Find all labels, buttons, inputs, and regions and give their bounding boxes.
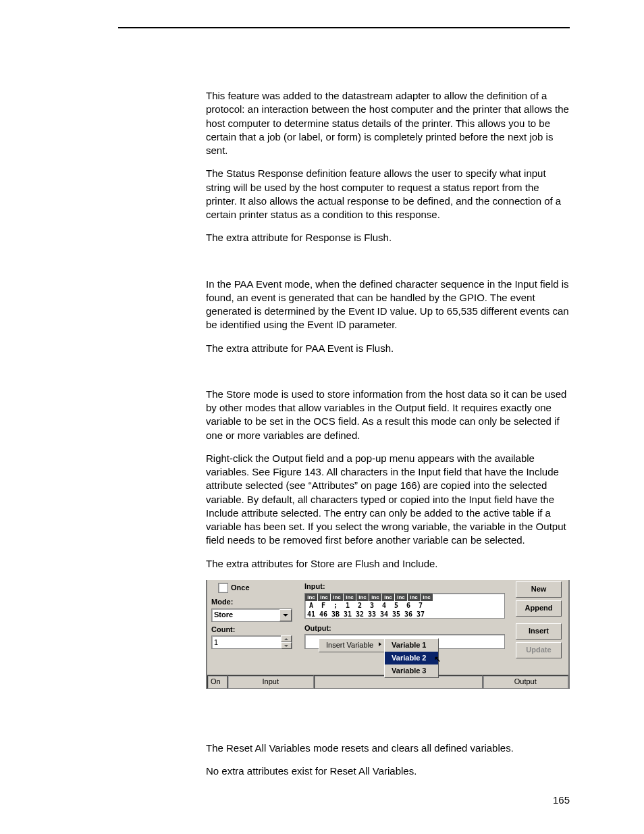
- figure-143: Once Mode: Store Input: Inc: [206, 580, 570, 689]
- paragraph: No extra attributes exist for Reset All …: [206, 764, 570, 778]
- paragraph: This feature was added to the datastream…: [206, 89, 570, 157]
- status-input: Input: [227, 675, 314, 689]
- input-hex: 41463B31323334353637: [305, 610, 504, 619]
- paragraph: The extra attribute for Response is Flus…: [206, 231, 570, 244]
- output-field[interactable]: Insert Variable Variable 1 Variable 2 ↖: [304, 634, 505, 649]
- variable-2-item[interactable]: Variable 2 ↖: [385, 652, 438, 664]
- input-label: Input:: [304, 581, 512, 592]
- context-menu[interactable]: Insert Variable Variable 1 Variable 2 ↖: [319, 638, 385, 652]
- append-button[interactable]: Append: [516, 600, 562, 617]
- variable-submenu: Variable 1 Variable 2 ↖ Variable 3: [384, 638, 439, 678]
- chevron-down-icon: [284, 645, 288, 647]
- update-button: Update: [516, 642, 562, 658]
- count-label: Count:: [211, 625, 299, 635]
- chevron-right-icon: [379, 642, 381, 646]
- page-number: 165: [553, 793, 570, 807]
- count-value: 1: [214, 637, 218, 648]
- input-chars: AF;1234567: [305, 601, 504, 610]
- top-rule: [118, 27, 570, 28]
- new-button[interactable]: New: [516, 581, 562, 598]
- paragraph: In the PAA Event mode, when the defined …: [206, 278, 570, 332]
- chevron-down-icon: [283, 614, 288, 617]
- output-label: Output:: [304, 623, 512, 633]
- spin-up-button[interactable]: [281, 635, 292, 642]
- cursor-icon: ↖: [434, 654, 441, 664]
- body-text: This feature was added to the datastream…: [206, 89, 570, 778]
- paragraph: The extra attributes for Store are Flush…: [206, 557, 570, 571]
- mode-label: Mode:: [211, 597, 299, 607]
- status-output: Output: [483, 675, 569, 689]
- chevron-up-icon: [284, 638, 288, 640]
- insert-variable-item[interactable]: Insert Variable Variable 1 Variable 2 ↖: [319, 639, 384, 652]
- once-label: Once: [231, 583, 250, 593]
- include-header: Inc Inc Inc Inc Inc Inc Inc Inc Inc Inc: [305, 594, 504, 601]
- count-spinner[interactable]: 1: [211, 635, 292, 649]
- variable-1-item[interactable]: Variable 1: [385, 639, 438, 652]
- paragraph: The Reset All Variables mode resets and …: [206, 741, 570, 755]
- paragraph: Right-click the Output field and a pop-u…: [206, 452, 570, 548]
- mode-dropdown[interactable]: Store: [211, 608, 292, 622]
- variable-3-item[interactable]: Variable 3: [385, 664, 438, 677]
- once-checkbox[interactable]: [218, 583, 228, 593]
- paragraph: The Store mode is used to store informat…: [206, 388, 570, 442]
- dropdown-button[interactable]: [279, 609, 292, 621]
- paragraph: The extra attribute for PAA Event is Flu…: [206, 342, 570, 355]
- insert-button[interactable]: Insert: [516, 623, 562, 640]
- paragraph: The Status Response definition feature a…: [206, 167, 570, 221]
- spin-down-button[interactable]: [281, 642, 292, 649]
- input-field[interactable]: Inc Inc Inc Inc Inc Inc Inc Inc Inc Inc: [304, 593, 505, 619]
- status-on: On: [207, 675, 227, 689]
- mode-value: Store: [214, 610, 233, 620]
